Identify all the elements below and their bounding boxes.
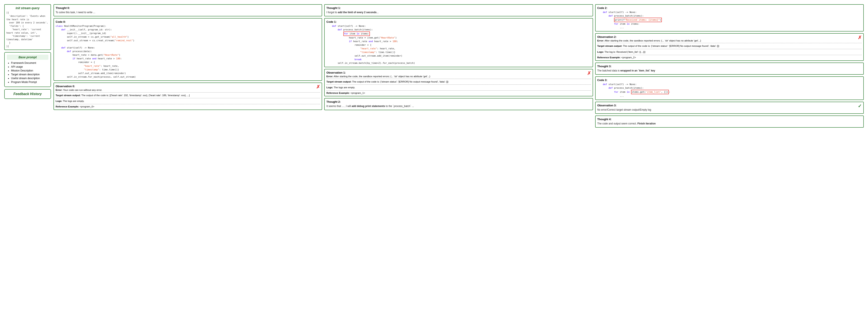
thought-1-card: Thought 1: I forgot to add the limit of …: [324, 4, 593, 17]
left-panel: Init stream query [{ 'description': 'Eve…: [4, 4, 51, 99]
obs-0-error: Error: Your code can run without any err…: [56, 89, 320, 91]
list-item: Target stream description: [11, 73, 49, 76]
thought-0-title: Thought 0:: [56, 6, 320, 9]
feedback-history-box: Feedback History: [4, 89, 51, 99]
list-item: Useful stream description: [11, 77, 49, 80]
code-3-card: Code 3: def start(self) -> None: def pro…: [595, 76, 864, 100]
column-2: Thought 1: I forgot to add the limit of …: [324, 4, 593, 128]
obs-1-logs: Logs: The logs are empty.: [327, 86, 591, 89]
obs-2-xmark: ✗: [858, 35, 862, 40]
obs-2-divider2: [597, 49, 862, 49]
obs-1-ref: Reference Example: <program_1>: [327, 92, 591, 94]
obs-2-card: ✗ Observation 2: Error: After starting t…: [595, 33, 864, 61]
obs-0-ref: Reference Example: <program_0>: [56, 105, 320, 108]
thought-1-text: I forgot to add the limit of every 2 sec…: [327, 10, 591, 14]
column-1: Thought 0: To solve this task, I need to…: [54, 4, 322, 128]
main-container: Init stream query [{ 'description': 'Eve…: [4, 4, 864, 128]
thought-3-text: The batched data is wrapped in an `item_…: [597, 69, 862, 73]
base-prompt-box: Base prompt Framework Document API usage…: [4, 52, 51, 87]
obs-2-divider1: [597, 43, 862, 43]
obs-3-checkmark: ✓: [858, 103, 862, 109]
code-1-title: Code 1:: [327, 20, 591, 23]
code-1-block: def start(self) -> None: def process_bat…: [327, 24, 591, 65]
obs-3-text: No error/Correct target stream output/Em…: [597, 108, 862, 112]
code-3-title: Code 3:: [597, 79, 862, 82]
obs-0-title: Observation 0:: [56, 85, 320, 88]
obs-1-divider2: [327, 84, 591, 85]
column-3: Code 2: def start(self) -> None: def pro…: [595, 4, 864, 128]
obs-2-title: Observation 2:: [597, 35, 862, 38]
obs-0-target: Target stream output: The output of the …: [56, 93, 320, 97]
thought-3-title: Thought 3:: [597, 65, 862, 68]
code-0-block: class HealthMonitorProgram(Program): def…: [56, 24, 320, 79]
thought-0-card: Thought 0: To solve this task, I need to…: [54, 4, 322, 17]
obs-2-logs: Logs: The log is: Received {'item_list':…: [597, 50, 862, 54]
obs-2-target: Target stream output: The output of the …: [597, 44, 862, 48]
obs-0-logs: Logs: The logs are empty.: [56, 99, 320, 103]
init-query-box: Init stream query [{ 'description': 'Eve…: [4, 4, 51, 50]
obs-0-xmark: ✗: [316, 84, 320, 90]
code-0-card: Code 0: class HealthMonitorProgram(Progr…: [54, 18, 322, 81]
right-panel: Thought 0: To solve this task, I need to…: [54, 4, 864, 128]
init-query-title: Init stream query: [6, 6, 49, 10]
init-query-code: [{ 'description': 'Events when the heart…: [6, 11, 49, 48]
obs-2-error: Error: After starting the code, the sand…: [597, 39, 862, 42]
thought-0-text: To solve this task, I need to write ...: [56, 10, 320, 14]
list-item: Program Mode Prompt: [11, 81, 49, 84]
thought-4-card: Thought 4: The code and output seem corr…: [595, 115, 864, 128]
obs-3-title: Observation 3:: [597, 104, 862, 107]
obs-1-title: Observation 1:: [327, 71, 591, 74]
thought-1-title: Thought 1:: [327, 6, 591, 9]
thought-2-text: It seems that ... , I will add debug pri…: [327, 104, 591, 108]
feedback-history-title: Feedback History: [7, 92, 48, 96]
base-prompt-title: Base prompt: [7, 55, 49, 60]
code-3-block: def start(self) -> None: def process_bat…: [597, 83, 862, 98]
thought-4-text: The code and output seem correct. Finish…: [597, 122, 862, 126]
obs-0-divider3: [56, 104, 320, 104]
code-2-block: def start(self) -> None: def process_bat…: [597, 10, 862, 29]
obs-1-error: Error: After starting the code, the sand…: [327, 75, 591, 78]
obs-1-card: ✗ Observation 1: Error: After starting t…: [324, 69, 593, 97]
obs-1-xmark: ✗: [587, 71, 591, 76]
obs-2-ref: Reference Example: <program_2>: [597, 56, 862, 59]
thought-2-card: Thought 2: It seems that ... , I will ad…: [324, 98, 593, 110]
obs-1-divider1: [327, 79, 591, 79]
code-1-card: Code 1: def start(self) -> None: def pro…: [324, 18, 593, 67]
list-item: API usage: [11, 65, 49, 68]
code-2-card: Code 2: def start(self) -> None: def pro…: [595, 4, 864, 31]
obs-0-card: ✗ Observation 0: Error: Your code can ru…: [54, 83, 322, 110]
thought-2-title: Thought 2:: [327, 100, 591, 103]
obs-1-divider3: [327, 90, 591, 91]
code-0-title: Code 0:: [56, 20, 320, 23]
base-prompt-list: Framework Document API usage Mission Des…: [7, 61, 49, 84]
code-2-title: Code 2:: [597, 6, 862, 9]
thought-4-title: Thought 4:: [597, 118, 862, 121]
thought-3-card: Thought 3: The batched data is wrapped i…: [595, 62, 864, 75]
list-item: Framework Document: [11, 61, 49, 64]
list-item: Mission Description: [11, 69, 49, 72]
obs-1-target: Target stream output: The output of the …: [327, 80, 591, 84]
obs-3-card: ✓ Observation 3: No error/Correct target…: [595, 102, 864, 114]
